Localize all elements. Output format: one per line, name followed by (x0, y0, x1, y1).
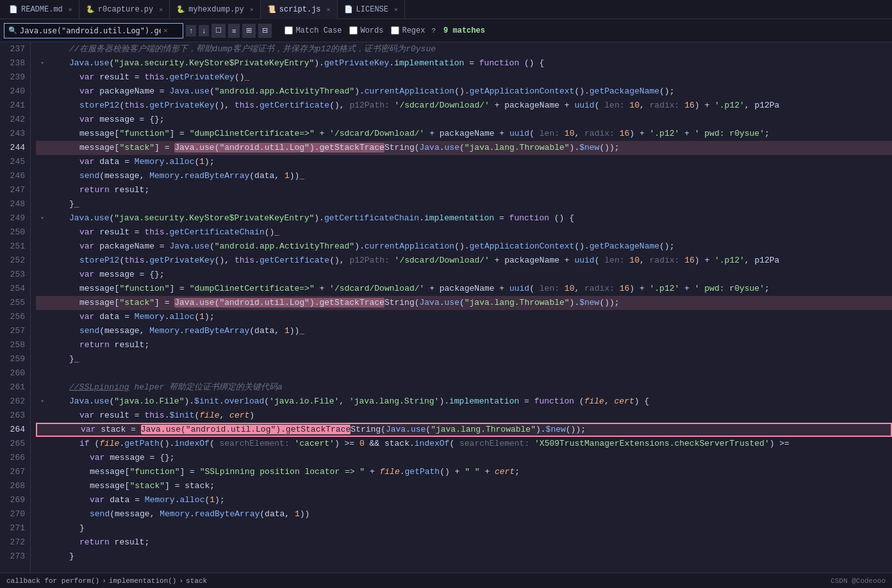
close-r0capture-btn[interactable]: ✕ (159, 6, 163, 13)
line-262: ▾ Java.use("java.io.File").$init.overloa… (36, 395, 892, 409)
line-270: send(message, Memory.readByteArray(data,… (36, 507, 892, 521)
clear-search-icon[interactable]: ✕ (163, 26, 168, 35)
breadcrumb-part2: implementation() (109, 577, 177, 585)
line-245: var data = Memory.alloc(1); (36, 155, 892, 169)
line-253: var message = {}; (36, 268, 892, 282)
line-248: }_ (36, 197, 892, 211)
fold-249[interactable]: ▾ (36, 211, 49, 225)
tab-r0capture[interactable]: 🐍 r0capture.py ✕ (79, 0, 170, 19)
tab-script[interactable]: 📜 script.js ✕ (261, 0, 338, 19)
match-case-option[interactable]: Match Case (285, 26, 342, 35)
line-257: send(message, Memory.readByteArray(data,… (36, 324, 892, 338)
line-266: var message = {}; (36, 451, 892, 465)
search-input-wrapper: 🔍 ✕ (4, 23, 183, 38)
fold-262[interactable]: ▾ (36, 395, 49, 409)
line-251: var packageName = Java.use("android.app.… (36, 240, 892, 254)
line-242: var message = {}; (36, 113, 892, 127)
tab-bar: 📄 README.md ✕ 🐍 r0capture.py ✕ 🐍 myhexdu… (0, 0, 892, 19)
code-container: 237 238 239 240 241 242 243 244 245 246 … (0, 42, 892, 573)
watermark: CSDN @Codeooo (830, 577, 886, 585)
line-263: var result = this.$init(file, cert) (36, 409, 892, 423)
r0capture-icon: 🐍 (86, 5, 95, 13)
match-case-checkbox[interactable] (285, 26, 293, 35)
editor-area: 237 238 239 240 241 242 243 244 245 246 … (0, 42, 892, 573)
line-243: message["function"] = "dumpClinetCertifi… (36, 127, 892, 141)
regex-label: Regex (402, 26, 425, 35)
line-264: var stack = Java.use("android.util.Log")… (36, 423, 892, 437)
search-next-btn[interactable]: ↓ (199, 25, 209, 37)
line-241: storeP12(this.getPrivateKey(), this.getC… (36, 99, 892, 113)
words-option[interactable]: Words (349, 26, 383, 35)
line-255: message["stack"] = Java.use("android.uti… (36, 296, 892, 310)
fold-238[interactable]: ▾ (36, 56, 49, 70)
search-bar: 🔍 ✕ ↑ ↓ ☐ ≡ ⊞ ⊟ Match Case Words Regex ?… (0, 19, 892, 42)
license-icon: 📄 (344, 5, 353, 13)
search-input[interactable] (20, 26, 161, 35)
search-prev-btn[interactable]: ↑ (186, 25, 196, 37)
editor-window: 📄 README.md ✕ 🐍 r0capture.py ✕ 🐍 myhexdu… (0, 0, 892, 588)
close-script-btn[interactable]: ✕ (327, 6, 331, 13)
line-261: //SSLpinning helper 帮助定位证书绑定的关键代码a (36, 380, 892, 395)
line-250: var result = this.getCertificateChain()_ (36, 225, 892, 240)
words-checkbox[interactable] (349, 26, 358, 35)
regex-checkbox[interactable] (391, 26, 399, 35)
line-247: return result; (36, 183, 892, 197)
search-glass-icon: 🔍 (8, 26, 17, 35)
search-select-all-btn[interactable]: ☐ (211, 24, 226, 38)
line-249: ▾ Java.use("java.security.KeyStore$Priva… (36, 211, 892, 225)
line-259: }_ (36, 352, 892, 366)
line-273: } (36, 550, 892, 564)
tab-myhexdump[interactable]: 🐍 myhexdump.py ✕ (170, 0, 260, 19)
line-254: message["function"] = "dumpClinetCertifi… (36, 282, 892, 296)
line-265: if (file.getPath().indexOf( searchElemen… (36, 437, 892, 451)
line-269: var data = Memory.alloc(1); (36, 493, 892, 507)
line-244: message["stack"] = Java.use("android.uti… (36, 141, 892, 155)
line-268: message["stack"] = stack; (36, 479, 892, 493)
search-filter-btn[interactable]: ≡ (228, 24, 240, 38)
breadcrumb: callback for perform() › implementation(… (6, 577, 207, 585)
tab-readme[interactable]: 📄 README.md ✕ (3, 0, 79, 19)
line-272: return result; (36, 535, 892, 550)
line-252: storeP12(this.getPrivateKey(), this.getC… (36, 254, 892, 268)
search-more-btn[interactable]: ⊞ (242, 24, 256, 38)
myhexdump-icon: 🐍 (176, 5, 185, 13)
line-numbers: 237 238 239 240 241 242 243 244 245 246 … (0, 42, 31, 573)
tab-license[interactable]: 📄 LICENSE ✕ (338, 0, 405, 19)
search-funnel-btn[interactable]: ⊟ (258, 24, 272, 38)
line-240: var packageName = Java.use("android.app.… (36, 85, 892, 99)
close-myhexdump-btn[interactable]: ✕ (250, 6, 254, 13)
regex-option[interactable]: Regex (391, 26, 425, 35)
line-246: send(message, Memory.readByteArray(data,… (36, 169, 892, 183)
match-case-label: Match Case (295, 26, 342, 35)
code-content: //在服务器校验客户端的情形下，帮助dump客户端证书，并保存为p12的格式，证… (31, 42, 892, 573)
line-260 (36, 366, 892, 380)
close-license-btn[interactable]: ✕ (394, 6, 398, 13)
line-258: return result; (36, 338, 892, 352)
readme-icon: 📄 (9, 5, 18, 13)
help-icon[interactable]: ? (431, 27, 436, 35)
line-238: ▾ Java.use("java.security.KeyStore$Priva… (36, 56, 892, 70)
breadcrumb-part3: stack (186, 577, 207, 585)
status-bar: callback for perform() › implementation(… (0, 573, 892, 588)
line-239: var result = this.getPrivateKey()_ (36, 70, 892, 85)
script-icon: 📜 (267, 5, 276, 13)
breadcrumb-part1: callback for perform() (6, 577, 99, 585)
line-237: //在服务器校验客户端的情形下，帮助dump客户端证书，并保存为p12的格式，证… (36, 42, 892, 56)
line-267: message["function"] = "SSLpinning positi… (36, 465, 892, 479)
close-readme-btn[interactable]: ✕ (69, 6, 72, 13)
line-256: var data = Memory.alloc(1); (36, 310, 892, 324)
words-label: Words (360, 26, 383, 35)
line-271: } (36, 521, 892, 535)
search-matches: 9 matches (443, 26, 485, 35)
